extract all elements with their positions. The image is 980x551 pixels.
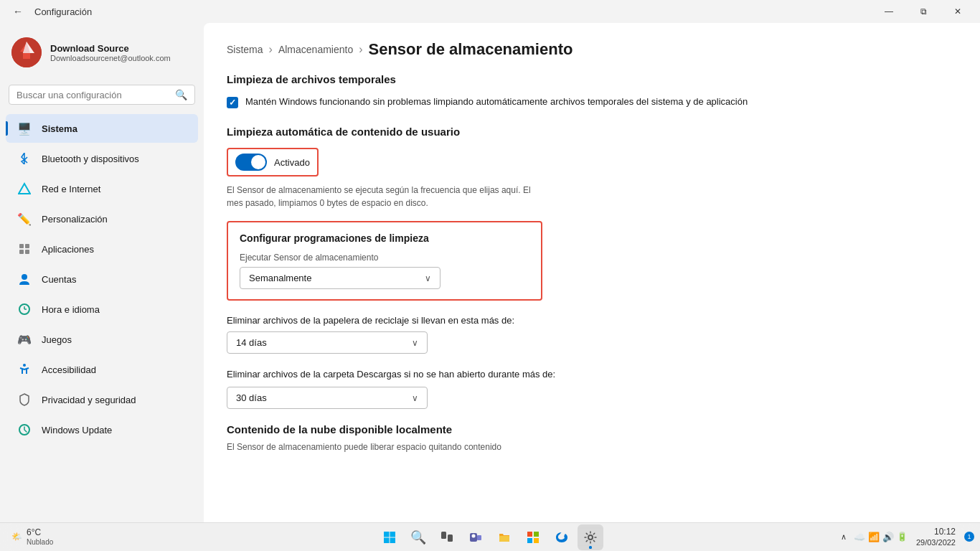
weather-condition: Nublado: [27, 538, 53, 547]
chevron-down-icon: ∨: [425, 273, 431, 283]
taskbar-meet-button[interactable]: [463, 524, 489, 550]
weather-widget[interactable]: 🌤️ 6°C Nublado: [6, 524, 59, 549]
taskbar-search-button[interactable]: 🔍: [405, 524, 431, 550]
search-input[interactable]: [17, 90, 169, 100]
svg-rect-23: [534, 532, 539, 537]
wifi-icon: 📶: [868, 532, 880, 542]
titlebar-title: Configuración: [34, 6, 92, 17]
bluetooth-icon: [17, 151, 32, 166]
sidebar-item-sistema[interactable]: 🖥️ Sistema: [6, 114, 198, 143]
svg-rect-19: [477, 535, 481, 540]
auto-cleanup-toggle[interactable]: [235, 154, 267, 171]
main-content: Sistema › Almacenamiento › Sensor de alm…: [204, 23, 980, 522]
time-display: 10:12: [916, 527, 956, 538]
recycle-section: Eliminar archivos de la papelera de reci…: [227, 315, 957, 354]
taskbar-right: ∧ ☁️ 📶 🔊 🔋 10:12 29/03/2022 1: [838, 525, 974, 550]
downloads-dropdown[interactable]: 30 días ∨: [227, 387, 428, 409]
weather-icon: 🌤️: [11, 532, 22, 542]
avatar: [11, 37, 42, 67]
user-name: Download Source: [50, 43, 171, 54]
sidebar-item-personalizacion[interactable]: ✏️ Personalización: [6, 204, 198, 233]
taskbar: 🌤️ 6°C Nublado 🔍: [0, 522, 980, 551]
user-info: Download Source Downloadsourcenet@outloo…: [50, 43, 171, 62]
aplicaciones-icon: [17, 242, 32, 256]
svg-rect-3: [25, 244, 29, 248]
privacidad-icon: [17, 392, 32, 407]
taskbar-taskview-button[interactable]: [434, 524, 460, 550]
sidebar-item-bluetooth[interactable]: Bluetooth y dispositivos: [6, 144, 198, 173]
back-button[interactable]: ←: [9, 4, 27, 19]
battery-icon: 🔋: [897, 532, 908, 542]
breadcrumb-sep1: ›: [269, 43, 273, 56]
svg-point-6: [22, 274, 27, 280]
taskbar-settings-button[interactable]: [578, 524, 603, 550]
svg-rect-21: [499, 536, 509, 542]
svg-point-26: [588, 535, 593, 540]
titlebar: ← Configuración — ⧉ ✕: [0, 0, 980, 23]
downloads-section: Eliminar archivos de la carpeta Descarga…: [227, 368, 957, 409]
checkbox-row: ✓ Mantén Windows funcionando sin problem…: [227, 95, 957, 108]
notification-badge[interactable]: 1: [964, 532, 974, 542]
sidebar: Download Source Downloadsourcenet@outloo…: [0, 23, 204, 522]
volume-icon: 🔊: [882, 532, 894, 542]
search-box[interactable]: 🔍: [9, 85, 195, 105]
sidebar-item-label: Windows Update: [42, 425, 112, 435]
run-sensor-label: Ejecutar Sensor de almacenamiento: [240, 253, 529, 263]
sidebar-item-label: Personalización: [42, 214, 108, 225]
time-date-widget[interactable]: 10:12 29/03/2022: [912, 525, 960, 550]
cuentas-icon: [17, 272, 32, 286]
restore-button[interactable]: ⧉: [907, 0, 940, 23]
chevron-down-icon: ∨: [412, 338, 418, 348]
svg-rect-14: [384, 537, 390, 543]
breadcrumb-sistema[interactable]: Sistema: [227, 44, 263, 55]
close-button[interactable]: ✕: [941, 0, 974, 23]
red-icon: [17, 182, 32, 196]
cloud-title: Contenido de la nube disponible localmen…: [227, 423, 957, 435]
temp-files-checkbox[interactable]: ✓: [227, 97, 238, 108]
sidebar-item-red[interactable]: Red e Internet: [6, 174, 198, 203]
downloads-value: 30 días: [236, 392, 267, 403]
user-profile[interactable]: Download Source Downloadsourcenet@outloo…: [0, 29, 204, 76]
breadcrumb-sep2: ›: [359, 43, 362, 56]
user-email: Downloadsourcenet@outlook.com: [50, 54, 171, 62]
sidebar-item-aplicaciones[interactable]: Aplicaciones: [6, 235, 198, 263]
recycle-value: 14 días: [236, 337, 267, 348]
sistema-icon: 🖥️: [17, 121, 32, 136]
start-button[interactable]: [377, 524, 402, 550]
svg-rect-4: [19, 250, 24, 254]
recycle-dropdown[interactable]: 14 días ∨: [227, 331, 428, 354]
sidebar-item-hora[interactable]: Hora e idioma: [6, 295, 198, 324]
section1-title: Limpieza de archivos temporales: [227, 73, 957, 85]
svg-rect-22: [527, 532, 532, 537]
sidebar-item-cuentas[interactable]: Cuentas: [6, 265, 198, 293]
taskbar-store-button[interactable]: [520, 524, 546, 550]
downloads-label: Eliminar archivos de la carpeta Descarga…: [227, 368, 957, 381]
sidebar-item-label: Privacidad y seguridad: [42, 395, 136, 405]
sidebar-item-windows-update[interactable]: Windows Update: [6, 415, 198, 444]
sidebar-item-accesibilidad[interactable]: Accesibilidad: [6, 355, 198, 384]
svg-rect-2: [19, 244, 24, 248]
checkbox-label: Mantén Windows funcionando sin problemas…: [245, 95, 748, 108]
sidebar-item-label: Aplicaciones: [42, 244, 94, 255]
toggle-description: El Sensor de almacenamiento se ejecuta s…: [227, 184, 542, 209]
run-sensor-dropdown[interactable]: Semanalmente ∨: [240, 267, 440, 289]
sidebar-item-label: Accesibilidad: [42, 364, 96, 375]
sidebar-item-privacidad[interactable]: Privacidad y seguridad: [6, 385, 198, 414]
breadcrumb-current: Sensor de almacenamiento: [369, 40, 573, 59]
app-container: Download Source Downloadsourcenet@outloo…: [0, 23, 980, 522]
breadcrumb-almacenamiento[interactable]: Almacenamiento: [278, 44, 353, 55]
cloud-icon: ☁️: [854, 532, 865, 542]
svg-rect-13: [390, 532, 396, 537]
sidebar-item-label: Hora e idioma: [42, 304, 100, 315]
sidebar-item-juegos[interactable]: 🎮 Juegos: [6, 325, 198, 354]
toggle-thumb: [251, 155, 265, 169]
svg-point-10: [23, 364, 26, 367]
show-hidden-icon[interactable]: ∧: [838, 531, 849, 543]
taskbar-edge-button[interactable]: [549, 524, 575, 550]
sidebar-item-label: Cuentas: [42, 274, 76, 285]
config-box: Configurar programaciones de limpieza Ej…: [227, 221, 542, 301]
svg-rect-5: [25, 250, 29, 254]
minimize-button[interactable]: —: [872, 0, 905, 23]
taskbar-explorer-button[interactable]: [491, 524, 517, 550]
sidebar-item-label: Juegos: [42, 334, 72, 345]
